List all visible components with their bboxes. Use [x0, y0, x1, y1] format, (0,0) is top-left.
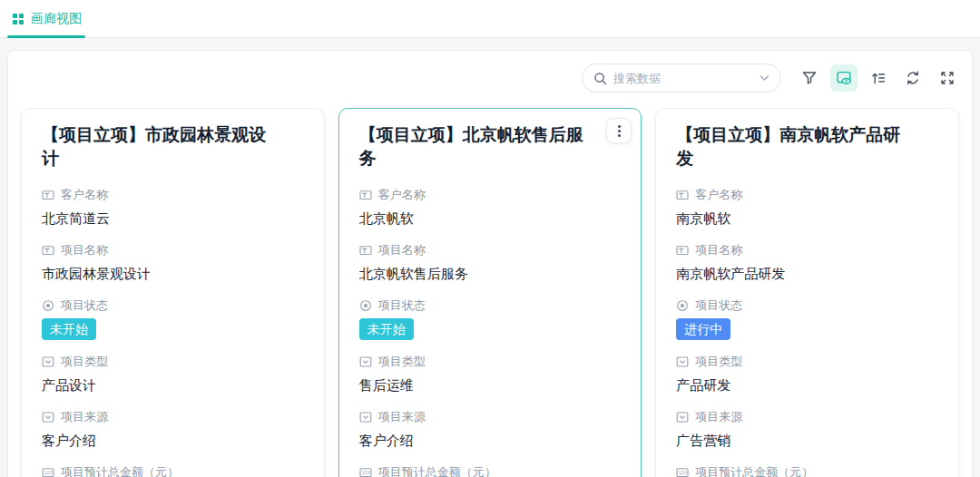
radio-field-icon [359, 299, 372, 312]
field-label: 项目预计总金额（元） [695, 464, 813, 477]
text-field-icon [676, 189, 689, 201]
sort-lines-icon [870, 70, 887, 86]
card-field: 项目名称 市政园林景观设计 [42, 242, 304, 283]
select-field-icon [359, 355, 372, 368]
card-title: 【项目立项】市政园林景观设计 [42, 123, 304, 170]
text-field-icon [359, 244, 372, 257]
project-card[interactable]: 【项目立项】南京帆软产品研发 客户名称 南京帆软 项目名称 南京帆软产品研发 项… [655, 108, 959, 477]
field-label: 项目预计总金额（元） [61, 464, 179, 477]
project-card[interactable]: 【项目立项】北京帆软售后服务 客户名称 北京帆软 项目名称 北京帆软售后服务 项… [338, 108, 642, 477]
fullscreen-icon [939, 70, 956, 86]
select-field-icon [359, 411, 372, 423]
field-label: 项目预计总金额（元） [378, 464, 496, 477]
field-value: 售后运维 [359, 375, 622, 394]
kebab-menu-icon [618, 125, 621, 137]
radio-field-icon [676, 299, 689, 312]
card-field: 项目类型 产品研发 [676, 354, 938, 394]
field-label-row: 项目名称 [42, 242, 304, 258]
field-value: 北京简道云 [42, 209, 304, 228]
view-settings-button[interactable] [830, 64, 858, 92]
card-fields: 客户名称 南京帆软 项目名称 南京帆软产品研发 项目状态 进行中 项目类型 产品… [676, 187, 938, 477]
field-label-row: 项目来源 [42, 409, 304, 425]
card-menu-button[interactable] [606, 118, 632, 143]
card-eye-icon [836, 70, 852, 86]
svg-text:123: 123 [362, 470, 370, 475]
field-value: 客户介绍 [42, 431, 304, 450]
status-badge: 未开始 [359, 318, 414, 340]
card-fields: 客户名称 北京帆软 项目名称 北京帆软售后服务 项目状态 未开始 项目类型 售后… [359, 187, 622, 477]
select-field-icon [676, 355, 689, 368]
gallery-grid-icon [13, 14, 24, 24]
card-field: 123 项目预计总金额（元） 10,000.00 [359, 464, 622, 477]
status-badge: 进行中 [676, 318, 730, 340]
number-field-icon: 123 [359, 466, 372, 477]
card-title: 【项目立项】南京帆软产品研发 [676, 123, 938, 170]
fullscreen-button[interactable] [934, 64, 961, 92]
custom-sort-button[interactable] [865, 64, 892, 92]
field-label: 项目来源 [61, 409, 108, 425]
text-field-icon [359, 189, 372, 201]
field-label: 项目类型 [695, 354, 742, 370]
funnel-icon [801, 70, 818, 86]
field-label: 项目来源 [695, 409, 742, 425]
card-field: 项目类型 产品设计 [42, 354, 304, 394]
field-value: 北京帆软 [359, 209, 622, 228]
card-field: 客户名称 北京帆软 [359, 187, 622, 228]
field-label-row: 123 项目预计总金额（元） [42, 464, 304, 477]
select-field-icon [676, 411, 689, 423]
field-label-row: 项目类型 [676, 354, 938, 370]
svg-text:123: 123 [679, 470, 687, 475]
field-label-row: 项目类型 [42, 354, 304, 370]
field-label-row: 客户名称 [359, 187, 622, 203]
card-field: 123 项目预计总金额（元） 200,000.00 [676, 464, 938, 477]
gallery-panel: 【项目立项】市政园林景观设计 客户名称 北京简道云 项目名称 市政园林景观设计 … [7, 50, 973, 477]
search-input[interactable] [613, 72, 753, 85]
card-field: 项目状态 进行中 [676, 297, 938, 354]
field-label-row: 项目名称 [676, 242, 938, 258]
field-label: 项目状态 [61, 297, 108, 314]
card-fields: 客户名称 北京简道云 项目名称 市政园林景观设计 项目状态 未开始 项目类型 产… [42, 187, 304, 477]
refresh-icon [905, 70, 921, 86]
select-field-icon [42, 355, 54, 368]
field-label: 项目名称 [695, 242, 742, 258]
field-value: 北京帆软售后服务 [359, 264, 622, 283]
refresh-button[interactable] [899, 64, 926, 92]
field-label-row: 项目状态 [42, 297, 304, 314]
field-value: 产品研发 [676, 375, 938, 394]
card-field: 项目名称 南京帆软产品研发 [676, 242, 938, 283]
field-label-row: 客户名称 [676, 187, 938, 203]
field-label-row: 项目名称 [359, 242, 622, 258]
tab-gallery-view[interactable]: 画廊视图 [13, 0, 82, 37]
field-label-row: 项目状态 [359, 297, 622, 314]
card-field: 123 项目预计总金额（元） 100,000.00 [42, 464, 304, 477]
field-label-row: 客户名称 [42, 187, 304, 203]
field-value: 客户介绍 [359, 431, 622, 450]
filter-button[interactable] [796, 64, 823, 92]
card-field: 项目名称 北京帆软售后服务 [359, 242, 622, 283]
field-label-row: 123 项目预计总金额（元） [359, 464, 622, 477]
field-label: 客户名称 [378, 187, 426, 203]
field-label-row: 项目状态 [676, 297, 938, 314]
chevron-down-icon[interactable] [760, 74, 769, 82]
field-label: 客户名称 [695, 187, 742, 203]
text-field-icon [676, 244, 689, 257]
field-value: 产品设计 [42, 375, 304, 394]
project-card[interactable]: 【项目立项】市政园林景观设计 客户名称 北京简道云 项目名称 市政园林景观设计 … [21, 108, 325, 477]
card-field: 项目来源 广告营销 [676, 409, 938, 450]
field-label: 项目状态 [378, 297, 426, 314]
field-label-row: 项目类型 [359, 354, 622, 370]
radio-field-icon [42, 299, 54, 312]
svg-text:123: 123 [44, 470, 53, 475]
search-box[interactable] [582, 63, 781, 92]
field-label: 项目名称 [378, 242, 426, 258]
card-title: 【项目立项】北京帆软售后服务 [359, 123, 622, 170]
card-field: 项目来源 客户介绍 [359, 409, 622, 450]
field-label-row: 项目来源 [359, 409, 622, 425]
active-tab-underline [7, 35, 85, 38]
tab-gallery-view-label: 画廊视图 [31, 11, 82, 27]
tab-bar: 画廊视图 [0, 0, 980, 38]
search-icon [593, 72, 607, 85]
field-label: 项目来源 [378, 409, 426, 425]
field-value: 广告营销 [676, 431, 938, 450]
field-value: 南京帆软产品研发 [676, 264, 938, 283]
